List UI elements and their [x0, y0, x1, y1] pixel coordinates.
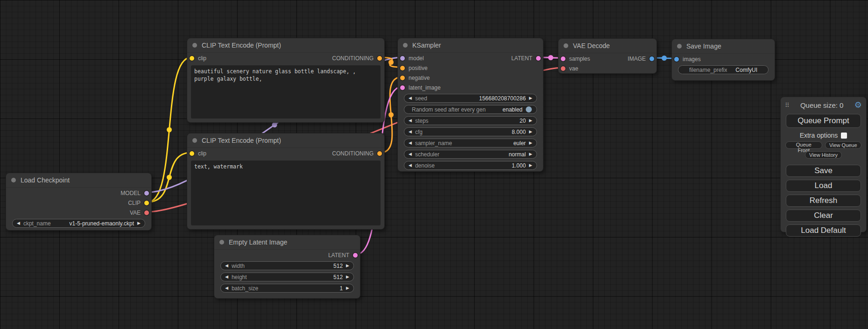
- input-slot-images[interactable]: images: [674, 54, 705, 64]
- decrement-arrow-icon[interactable]: ◀: [409, 141, 412, 145]
- output-port-conditioning[interactable]: [377, 56, 382, 61]
- output-port-latent[interactable]: [536, 56, 541, 61]
- collapse-dot[interactable]: [192, 43, 197, 48]
- widget-cfg[interactable]: ◀cfg8.000▶: [404, 127, 537, 136]
- input-port-negative[interactable]: [400, 76, 405, 80]
- queue-front-button[interactable]: Queue Front: [785, 141, 822, 149]
- load-button[interactable]: Load: [786, 180, 861, 192]
- load-default-button[interactable]: Load Default: [786, 224, 861, 237]
- node-empty-latent-image[interactable]: Empty Latent ImageLATENT◀width512▶◀heigh…: [214, 235, 360, 299]
- increment-arrow-icon[interactable]: ▶: [346, 275, 349, 279]
- input-port-latent-image[interactable]: [400, 85, 405, 90]
- decrement-arrow-icon[interactable]: ◀: [225, 275, 228, 279]
- output-slot-conditioning[interactable]: CONDITIONING: [328, 53, 382, 63]
- increment-arrow-icon[interactable]: ▶: [529, 130, 532, 134]
- input-slot-latent-image[interactable]: latent_image: [400, 83, 445, 92]
- widget-batch-size[interactable]: ◀batch_size1▶: [220, 284, 354, 293]
- node-ksampler[interactable]: KSamplermodelpositivenegativelatent_imag…: [397, 38, 543, 172]
- output-port-latent[interactable]: [353, 253, 358, 258]
- node-header[interactable]: Empty Latent Image: [214, 235, 360, 250]
- widget-seed[interactable]: ◀seed156680208700286▶: [404, 94, 537, 103]
- input-slot-vae[interactable]: vae: [561, 63, 582, 73]
- collapse-dot[interactable]: [11, 178, 16, 182]
- input-port-positive[interactable]: [400, 66, 405, 70]
- output-port-clip[interactable]: [144, 201, 149, 205]
- decrement-arrow-icon[interactable]: ◀: [409, 130, 412, 134]
- output-slot-image[interactable]: IMAGE: [624, 54, 654, 63]
- increment-arrow-icon[interactable]: ▶: [346, 264, 349, 268]
- output-port-vae[interactable]: [144, 210, 149, 215]
- node-header[interactable]: KSampler: [398, 38, 543, 53]
- clear-button[interactable]: Clear: [786, 210, 861, 222]
- output-port-model[interactable]: [144, 191, 149, 196]
- input-slot-model[interactable]: model: [400, 53, 428, 63]
- input-port-vae[interactable]: [561, 66, 565, 71]
- node-graph-canvas[interactable]: ⠿ Queue size: 0 ⚙ Queue Prompt Extra opt…: [0, 0, 868, 329]
- collapse-dot[interactable]: [564, 43, 568, 48]
- refresh-button[interactable]: Refresh: [786, 195, 861, 207]
- widget-width[interactable]: ◀width512▶: [220, 261, 354, 270]
- output-port-conditioning[interactable]: [377, 151, 382, 156]
- toggle-knob[interactable]: [526, 106, 532, 112]
- increment-arrow-icon[interactable]: ▶: [346, 286, 349, 290]
- node-header[interactable]: CLIP Text Encode (Prompt): [187, 133, 384, 148]
- widget-scheduler[interactable]: ◀schedulernormal▶: [404, 150, 537, 159]
- widget-filename-prefix[interactable]: filename_prefixComfyUI: [678, 65, 769, 74]
- input-port-images[interactable]: [674, 57, 679, 62]
- widget-random-seed-after-every-gen[interactable]: Random seed after every genenabled: [404, 105, 537, 114]
- input-port-clip[interactable]: [190, 56, 194, 61]
- input-slot-positive[interactable]: positive: [400, 63, 431, 73]
- output-slot-latent[interactable]: LATENT: [325, 250, 358, 260]
- output-slot-conditioning[interactable]: CONDITIONING: [328, 148, 382, 158]
- input-slot-negative[interactable]: negative: [400, 73, 433, 83]
- increment-arrow-icon[interactable]: ▶: [529, 163, 532, 168]
- decrement-arrow-icon[interactable]: ◀: [409, 96, 412, 100]
- collapse-dot[interactable]: [192, 138, 197, 143]
- extra-options-checkbox[interactable]: [841, 133, 847, 139]
- node-vae-decode[interactable]: VAE DecodesamplesvaeIMAGE: [558, 38, 657, 74]
- node-header[interactable]: VAE Decode: [558, 39, 656, 53]
- widget-height[interactable]: ◀height512▶: [220, 273, 354, 281]
- prompt-textarea[interactable]: text, watermark: [191, 161, 381, 225]
- widget-sampler-name[interactable]: ◀sampler_nameeuler▶: [404, 139, 537, 147]
- node-header[interactable]: Load Checkpoint: [6, 173, 151, 188]
- output-slot-vae[interactable]: VAE: [126, 208, 149, 217]
- view-history-button[interactable]: View History: [805, 151, 842, 159]
- output-slot-clip[interactable]: CLIP: [124, 198, 149, 208]
- decrement-arrow-icon[interactable]: ◀: [409, 163, 412, 168]
- increment-arrow-icon[interactable]: ▶: [137, 221, 141, 225]
- output-slot-model[interactable]: MODEL: [117, 188, 149, 198]
- node-save-image[interactable]: Save Imageimagesfilename_prefixComfyUI: [671, 39, 775, 81]
- collapse-dot[interactable]: [403, 43, 408, 48]
- widget-steps[interactable]: ◀steps20▶: [404, 116, 537, 125]
- input-slot-clip[interactable]: clip: [190, 53, 210, 63]
- node-header[interactable]: Save Image: [672, 39, 775, 54]
- input-port-samples[interactable]: [561, 56, 565, 61]
- output-port-image[interactable]: [649, 56, 654, 61]
- view-queue-button[interactable]: View Queue: [825, 141, 862, 149]
- increment-arrow-icon[interactable]: ▶: [529, 141, 532, 145]
- input-port-model[interactable]: [400, 56, 405, 61]
- panel-drag-handle-icon[interactable]: ⠿: [785, 102, 790, 109]
- collapse-dot[interactable]: [219, 240, 224, 245]
- node-header[interactable]: CLIP Text Encode (Prompt): [187, 38, 384, 53]
- save-button[interactable]: Save: [786, 165, 861, 177]
- decrement-arrow-icon[interactable]: ◀: [17, 221, 20, 225]
- decrement-arrow-icon[interactable]: ◀: [225, 264, 228, 268]
- input-port-clip[interactable]: [190, 151, 194, 156]
- input-slot-samples[interactable]: samples: [561, 54, 594, 63]
- prompt-textarea[interactable]: beautiful scenery nature glass bottle la…: [191, 65, 381, 119]
- widget-ckpt-name[interactable]: ◀ckpt_namev1-5-pruned-emaonly.ckpt▶: [12, 219, 145, 228]
- increment-arrow-icon[interactable]: ▶: [529, 152, 532, 156]
- settings-gear-icon[interactable]: ⚙: [854, 101, 862, 109]
- input-slot-clip[interactable]: clip: [190, 148, 210, 158]
- increment-arrow-icon[interactable]: ▶: [529, 96, 532, 100]
- output-slot-latent[interactable]: LATENT: [508, 53, 541, 63]
- node-load-checkpoint[interactable]: Load CheckpointMODELCLIPVAE◀ckpt_namev1-…: [6, 173, 152, 231]
- queue-prompt-button[interactable]: Queue Prompt: [786, 114, 861, 128]
- node-clip-text-encode-1[interactable]: CLIP Text Encode (Prompt)clipCONDITIONIN…: [187, 38, 385, 123]
- decrement-arrow-icon[interactable]: ◀: [409, 119, 412, 123]
- decrement-arrow-icon[interactable]: ◀: [409, 152, 412, 156]
- node-clip-text-encode-2[interactable]: CLIP Text Encode (Prompt)clipCONDITIONIN…: [187, 133, 385, 230]
- widget-denoise[interactable]: ◀denoise1.000▶: [404, 161, 537, 170]
